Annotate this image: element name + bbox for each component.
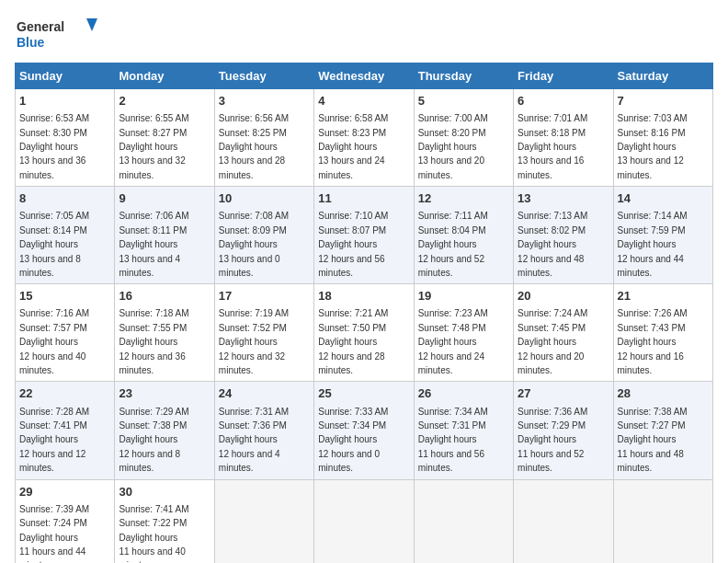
day-info: Sunrise: 7:00 AMSunset: 8:20 PMDaylight … (418, 113, 488, 180)
day-info: Sunrise: 7:29 AMSunset: 7:38 PMDaylight … (119, 407, 188, 474)
day-info: Sunrise: 7:38 AMSunset: 7:27 PMDaylight … (618, 407, 688, 474)
calendar-week-row: 22 Sunrise: 7:28 AMSunset: 7:41 PMDaylig… (16, 382, 713, 479)
calendar-cell: 24 Sunrise: 7:31 AMSunset: 7:36 PMDaylig… (214, 382, 313, 479)
svg-marker-2 (86, 18, 97, 31)
day-info: Sunrise: 6:53 AMSunset: 8:30 PMDaylight … (19, 113, 89, 180)
day-info: Sunrise: 7:19 AMSunset: 7:52 PMDaylight … (219, 308, 289, 375)
day-info: Sunrise: 7:41 AMSunset: 7:22 PMDaylight … (119, 504, 188, 563)
day-info: Sunrise: 7:24 AMSunset: 7:45 PMDaylight … (518, 308, 587, 375)
calendar-cell: 28 Sunrise: 7:38 AMSunset: 7:27 PMDaylig… (613, 382, 712, 479)
day-number: 16 (119, 288, 210, 304)
calendar-cell: 5 Sunrise: 7:00 AMSunset: 8:20 PMDayligh… (414, 89, 513, 187)
calendar-header: SundayMondayTuesdayWednesdayThursdayFrid… (16, 63, 713, 89)
calendar-week-row: 29 Sunrise: 7:39 AMSunset: 7:24 PMDaylig… (16, 479, 713, 563)
day-number: 22 (19, 385, 110, 402)
calendar-cell: 3 Sunrise: 6:56 AMSunset: 8:25 PMDayligh… (214, 89, 313, 187)
day-number: 30 (119, 484, 210, 500)
calendar-cell (214, 479, 313, 563)
header-row: SundayMondayTuesdayWednesdayThursdayFrid… (16, 63, 713, 89)
svg-text:General: General (17, 19, 64, 34)
calendar-cell: 18 Sunrise: 7:21 AMSunset: 7:50 PMDaylig… (314, 284, 414, 382)
svg-text:Blue: Blue (17, 35, 45, 50)
day-header-monday: Monday (115, 63, 214, 89)
day-header-friday: Friday (514, 63, 613, 89)
calendar-table: SundayMondayTuesdayWednesdayThursdayFrid… (15, 63, 713, 563)
calendar-cell: 21 Sunrise: 7:26 AMSunset: 7:43 PMDaylig… (613, 284, 712, 382)
calendar-week-row: 15 Sunrise: 7:16 AMSunset: 7:57 PMDaylig… (16, 284, 713, 382)
calendar-cell: 19 Sunrise: 7:23 AMSunset: 7:48 PMDaylig… (414, 284, 513, 382)
calendar-cell: 15 Sunrise: 7:16 AMSunset: 7:57 PMDaylig… (16, 284, 115, 382)
day-info: Sunrise: 7:05 AMSunset: 8:14 PMDaylight … (19, 211, 89, 278)
day-info: Sunrise: 7:36 AMSunset: 7:29 PMDaylight … (518, 407, 587, 474)
calendar-cell: 30 Sunrise: 7:41 AMSunset: 7:22 PMDaylig… (115, 479, 214, 563)
calendar-cell: 22 Sunrise: 7:28 AMSunset: 7:41 PMDaylig… (16, 382, 115, 479)
day-number: 7 (618, 93, 709, 109)
day-number: 3 (219, 93, 310, 109)
day-info: Sunrise: 7:26 AMSunset: 7:43 PMDaylight … (618, 308, 688, 375)
day-number: 26 (418, 385, 509, 402)
calendar-cell: 17 Sunrise: 7:19 AMSunset: 7:52 PMDaylig… (214, 284, 313, 382)
calendar-cell (514, 479, 613, 563)
day-info: Sunrise: 7:10 AMSunset: 8:07 PMDaylight … (318, 211, 388, 278)
calendar-cell: 4 Sunrise: 6:58 AMSunset: 8:23 PMDayligh… (314, 89, 414, 187)
day-number: 5 (418, 93, 509, 109)
day-info: Sunrise: 7:08 AMSunset: 8:09 PMDaylight … (219, 211, 289, 278)
day-header-wednesday: Wednesday (314, 63, 414, 89)
calendar-cell: 10 Sunrise: 7:08 AMSunset: 8:09 PMDaylig… (214, 187, 313, 284)
day-number: 14 (618, 190, 709, 207)
calendar-cell: 6 Sunrise: 7:01 AMSunset: 8:18 PMDayligh… (514, 89, 613, 187)
day-number: 21 (618, 288, 709, 304)
day-number: 25 (318, 385, 409, 402)
day-number: 23 (119, 385, 210, 402)
calendar-cell: 2 Sunrise: 6:55 AMSunset: 8:27 PMDayligh… (115, 89, 214, 187)
day-info: Sunrise: 7:39 AMSunset: 7:24 PMDaylight … (19, 504, 89, 563)
calendar-body: 1 Sunrise: 6:53 AMSunset: 8:30 PMDayligh… (16, 89, 713, 564)
day-info: Sunrise: 7:14 AMSunset: 7:59 PMDaylight … (618, 211, 688, 278)
day-info: Sunrise: 7:34 AMSunset: 7:31 PMDaylight … (418, 407, 488, 474)
day-number: 29 (19, 484, 110, 500)
day-number: 27 (518, 385, 609, 402)
calendar-week-row: 1 Sunrise: 6:53 AMSunset: 8:30 PMDayligh… (16, 89, 713, 187)
day-number: 6 (518, 93, 609, 109)
day-header-thursday: Thursday (414, 63, 513, 89)
day-number: 2 (119, 93, 210, 109)
calendar-cell: 26 Sunrise: 7:34 AMSunset: 7:31 PMDaylig… (414, 382, 513, 479)
day-info: Sunrise: 7:23 AMSunset: 7:48 PMDaylight … (418, 308, 488, 375)
day-number: 24 (219, 385, 310, 402)
day-info: Sunrise: 6:58 AMSunset: 8:23 PMDaylight … (318, 113, 388, 180)
day-info: Sunrise: 7:16 AMSunset: 7:57 PMDaylight … (19, 308, 89, 375)
logo: General Blue (15, 15, 97, 53)
calendar-cell: 11 Sunrise: 7:10 AMSunset: 8:07 PMDaylig… (314, 187, 414, 284)
day-info: Sunrise: 7:11 AMSunset: 8:04 PMDaylight … (418, 211, 488, 278)
day-number: 15 (19, 288, 110, 304)
day-info: Sunrise: 7:31 AMSunset: 7:36 PMDaylight … (219, 407, 289, 474)
day-info: Sunrise: 6:55 AMSunset: 8:27 PMDaylight … (119, 113, 188, 180)
day-number: 13 (518, 190, 609, 207)
logo-svg: General Blue (15, 15, 97, 53)
calendar-cell: 9 Sunrise: 7:06 AMSunset: 8:11 PMDayligh… (115, 187, 214, 284)
calendar-cell (314, 479, 414, 563)
calendar-cell: 12 Sunrise: 7:11 AMSunset: 8:04 PMDaylig… (414, 187, 513, 284)
day-number: 9 (119, 190, 210, 207)
calendar-cell: 29 Sunrise: 7:39 AMSunset: 7:24 PMDaylig… (16, 479, 115, 563)
day-info: Sunrise: 7:01 AMSunset: 8:18 PMDaylight … (518, 113, 587, 180)
calendar-cell: 8 Sunrise: 7:05 AMSunset: 8:14 PMDayligh… (16, 187, 115, 284)
day-info: Sunrise: 7:21 AMSunset: 7:50 PMDaylight … (318, 308, 388, 375)
page-header: General Blue (15, 15, 713, 53)
calendar-cell (613, 479, 712, 563)
day-number: 20 (518, 288, 609, 304)
day-info: Sunrise: 7:06 AMSunset: 8:11 PMDaylight … (119, 211, 188, 278)
day-number: 11 (318, 190, 409, 207)
day-info: Sunrise: 7:28 AMSunset: 7:41 PMDaylight … (19, 407, 89, 474)
calendar-cell (414, 479, 513, 563)
calendar-cell: 16 Sunrise: 7:18 AMSunset: 7:55 PMDaylig… (115, 284, 214, 382)
day-number: 12 (418, 190, 509, 207)
day-number: 17 (219, 288, 310, 304)
day-info: Sunrise: 7:13 AMSunset: 8:02 PMDaylight … (518, 211, 587, 278)
calendar-cell: 13 Sunrise: 7:13 AMSunset: 8:02 PMDaylig… (514, 187, 613, 284)
day-number: 18 (318, 288, 409, 304)
calendar-week-row: 8 Sunrise: 7:05 AMSunset: 8:14 PMDayligh… (16, 187, 713, 284)
calendar-cell: 7 Sunrise: 7:03 AMSunset: 8:16 PMDayligh… (613, 89, 712, 187)
day-number: 10 (219, 190, 310, 207)
day-number: 28 (618, 385, 709, 402)
